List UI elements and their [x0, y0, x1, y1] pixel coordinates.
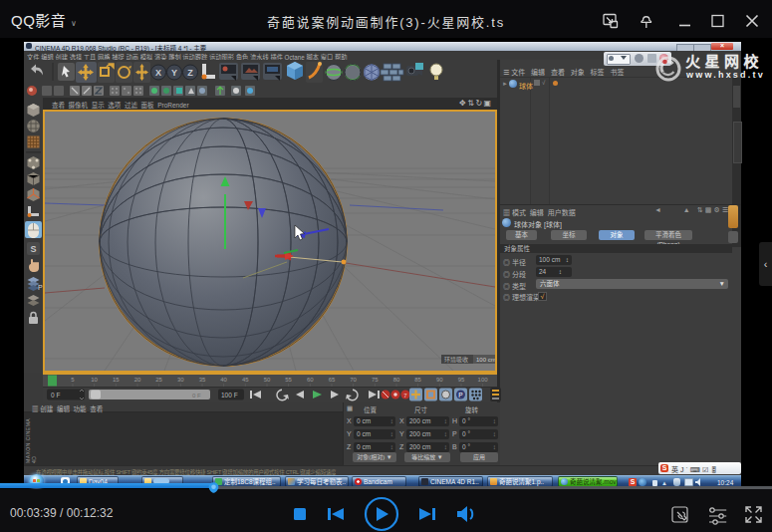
svg-text:55: 55 [285, 377, 292, 383]
svg-text:X: X [155, 68, 161, 78]
svg-text:10: 10 [91, 377, 98, 383]
svg-text:Z: Z [187, 68, 193, 78]
svg-text:P: P [458, 392, 462, 399]
svg-text:20: 20 [134, 377, 141, 383]
svg-text:100 F: 100 F [221, 392, 238, 399]
svg-text:40: 40 [220, 377, 227, 383]
svg-text:25: 25 [155, 377, 162, 383]
svg-text:5: 5 [71, 377, 75, 383]
svg-text:80: 80 [393, 377, 400, 383]
svg-text:50: 50 [264, 377, 271, 383]
svg-text:75: 75 [372, 377, 379, 383]
svg-text:15: 15 [113, 377, 120, 383]
svg-text:100 cm: 100 cm [476, 357, 495, 363]
svg-text:环境吸收: 环境吸收 [444, 356, 468, 364]
svg-text:30: 30 [177, 377, 184, 383]
svg-text:60: 60 [307, 377, 314, 383]
svg-text:45: 45 [242, 377, 249, 383]
svg-text:0 F: 0 F [192, 393, 201, 399]
svg-text:95: 95 [458, 377, 465, 383]
svg-text:0 F: 0 F [51, 392, 60, 399]
svg-text:70: 70 [350, 377, 357, 383]
svg-text:65: 65 [329, 377, 336, 383]
svg-text:35: 35 [199, 377, 206, 383]
svg-text:S: S [30, 244, 36, 254]
svg-text:100: 100 [478, 377, 489, 383]
svg-text:85: 85 [414, 377, 421, 383]
svg-text:90: 90 [436, 377, 443, 383]
svg-text:Y: Y [171, 68, 177, 78]
